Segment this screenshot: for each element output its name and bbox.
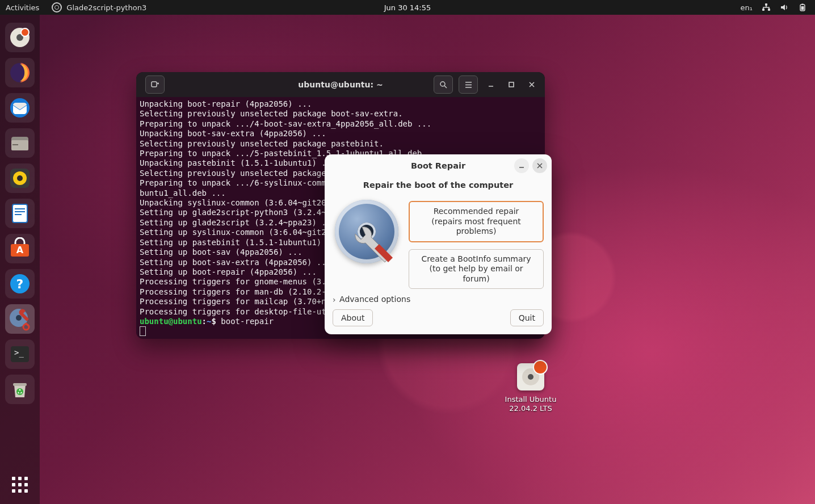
desktop-install-ubuntu[interactable]: Install Ubuntu 22.04.2 LTS (513, 363, 548, 414)
svg-point-35 (528, 374, 533, 380)
dock-terminal[interactable]: >_ (5, 339, 35, 369)
svg-rect-2 (768, 9, 770, 11)
svg-rect-19 (15, 208, 25, 209)
install-ubuntu-icon (517, 363, 544, 390)
svg-rect-32 (13, 383, 27, 386)
svg-rect-1 (762, 9, 764, 11)
clock[interactable]: Jun 30 14:55 (384, 3, 431, 12)
advanced-options-label: Advanced options (339, 295, 410, 304)
boot-repair-dialog: Boot Repair Repair the boot of the compu… (325, 154, 552, 334)
svg-rect-38 (509, 82, 514, 87)
app-indicator-icon (52, 2, 62, 12)
dock-libreoffice-writer[interactable] (5, 199, 35, 228)
svg-point-8 (21, 28, 29, 36)
volume-icon[interactable] (780, 3, 789, 12)
svg-rect-17 (12, 204, 27, 222)
terminal-new-tab-button[interactable] (145, 75, 165, 94)
desktop-icon-label-1: Install Ubuntu (490, 395, 571, 404)
recommended-repair-line1: Recommended repair (415, 207, 537, 217)
svg-rect-20 (15, 211, 25, 212)
quit-button[interactable]: Quit (510, 309, 544, 326)
dock-trash[interactable] (5, 375, 35, 404)
terminal-title: ubuntu@ubuntu: ~ (298, 80, 383, 89)
dock-help[interactable]: ? (5, 269, 35, 299)
terminal-maximize-button[interactable] (504, 77, 519, 92)
dock-boot-repair[interactable] (5, 304, 35, 334)
boot-repair-title: Boot Repair (411, 161, 465, 170)
boot-repair-logo-icon (333, 198, 401, 266)
bootinfo-line2: (to get help by email or forum) (415, 264, 537, 284)
top-bar: Activities Glade2script-python3 Jun 30 1… (0, 0, 815, 15)
show-applications-button[interactable] (0, 477, 40, 493)
dock-files[interactable] (5, 128, 35, 158)
svg-text:A: A (16, 245, 24, 255)
about-button[interactable]: About (333, 309, 373, 326)
desktop-icon-label-2: 22.04.2 LTS (490, 404, 571, 413)
boot-repair-subtitle: Repair the boot of the computer (325, 177, 552, 194)
network-icon[interactable] (762, 3, 771, 12)
terminal-minimize-button[interactable] (484, 77, 498, 92)
svg-rect-36 (152, 82, 157, 87)
svg-rect-13 (12, 144, 18, 145)
boot-repair-close-button[interactable] (532, 158, 547, 173)
dock-rhythmbox[interactable] (5, 163, 35, 193)
svg-point-16 (17, 175, 23, 181)
recommended-repair-line2: (repairs most frequent problems) (415, 217, 537, 237)
bootinfo-line1: Create a BootInfo summary (415, 254, 537, 264)
svg-rect-0 (765, 3, 767, 6)
svg-rect-5 (801, 6, 804, 10)
dock: A ? >_ (0, 15, 40, 504)
bootinfo-summary-button[interactable]: Create a BootInfo summary (to get help b… (409, 249, 544, 289)
dock-ubuntu-software[interactable]: A (5, 234, 35, 263)
input-source-indicator[interactable]: en₁ (741, 3, 753, 12)
svg-point-27 (16, 315, 22, 321)
terminal-close-button[interactable] (524, 77, 539, 92)
terminal-search-button[interactable] (434, 75, 453, 94)
boot-repair-minimize-button[interactable] (514, 158, 529, 173)
svg-text:?: ? (16, 277, 24, 291)
svg-text:>_: >_ (14, 348, 24, 358)
terminal-header[interactable]: ubuntu@ubuntu: ~ (136, 72, 545, 97)
dock-thunderbird[interactable] (5, 93, 35, 123)
chevron-right-icon: › (333, 295, 336, 304)
svg-rect-4 (802, 4, 804, 5)
dock-firefox[interactable] (5, 58, 35, 87)
focused-app-label: Glade2script-python3 (66, 3, 146, 12)
advanced-options-toggle[interactable]: › Advanced options (325, 290, 552, 306)
svg-rect-21 (15, 214, 22, 215)
recommended-repair-button[interactable]: Recommended repair (repairs most frequen… (409, 201, 544, 242)
boot-repair-header[interactable]: Boot Repair (325, 154, 552, 177)
activities-button[interactable]: Activities (6, 3, 39, 12)
dock-ubiquity[interactable] (5, 23, 35, 52)
focused-app-menu[interactable]: Glade2script-python3 (52, 2, 146, 12)
terminal-menu-button[interactable] (459, 75, 478, 94)
svg-point-37 (440, 82, 445, 86)
battery-icon[interactable] (798, 3, 807, 12)
